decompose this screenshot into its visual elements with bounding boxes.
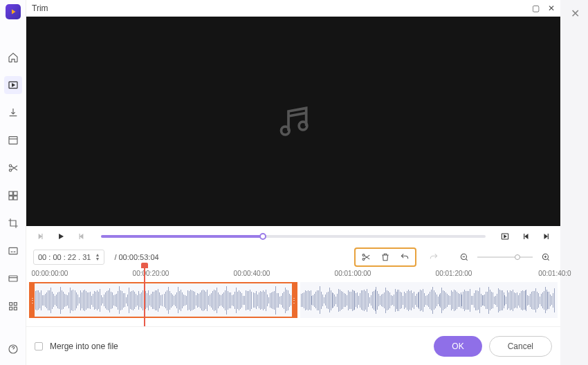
sidebar-help-icon[interactable]: [4, 340, 22, 358]
segment-unselected[interactable]: [300, 282, 558, 318]
skip-back-button[interactable]: [519, 230, 533, 243]
ok-button[interactable]: OK: [434, 336, 481, 357]
waveform: [30, 283, 296, 317]
sidebar-home-icon[interactable]: [4, 48, 22, 66]
svg-rect-12: [9, 307, 12, 310]
progress-slider[interactable]: [101, 235, 486, 238]
svg-rect-9: [9, 276, 17, 281]
current-time-value: 00 : 00 : 22 . 31: [38, 253, 91, 261]
time-spinner[interactable]: ▲▼: [95, 253, 100, 261]
undo-button[interactable]: [397, 250, 412, 264]
redo-button[interactable]: [426, 250, 441, 264]
ruler-tick: 00:01:40:0: [538, 270, 571, 277]
time-toolbar: 00 : 00 : 22 . 31 ▲▼ / 00:00:53:04: [26, 247, 560, 268]
sidebar-subtitle-icon[interactable]: [4, 242, 22, 260]
playhead[interactable]: [144, 267, 145, 326]
timeline-ruler: 00:00:00:00 00:00:20:00 00:00:40:00 00:0…: [26, 268, 560, 283]
app-logo: [6, 4, 21, 19]
zoom-out-button[interactable]: [457, 250, 472, 264]
sidebar-converter-icon[interactable]: [4, 76, 22, 94]
app-sidebar: [0, 0, 26, 365]
svg-rect-11: [14, 303, 17, 306]
window-close-icon[interactable]: ✕: [548, 3, 555, 13]
next-frame-button[interactable]: [75, 230, 89, 243]
edit-tool-group: [354, 247, 416, 267]
outer-close-icon[interactable]: ✕: [571, 7, 580, 20]
ruler-tick: 00:00:40:00: [234, 270, 270, 277]
svg-rect-6: [9, 196, 12, 200]
dialog-footer: Merge into one file OK Cancel: [26, 326, 560, 365]
window-maximize-icon[interactable]: ▢: [532, 3, 540, 13]
svg-rect-8: [9, 247, 17, 254]
delete-button[interactable]: [378, 250, 393, 264]
sidebar-trim-icon[interactable]: [4, 159, 22, 177]
duration-label: / 00:00:53:04: [114, 253, 158, 261]
sidebar-compress-icon[interactable]: [4, 131, 22, 149]
svg-point-16: [299, 122, 307, 130]
trim-handle-right[interactable]: [292, 283, 296, 317]
prev-frame-button[interactable]: [33, 230, 47, 243]
ruler-tick: 00:01:20:00: [436, 270, 472, 277]
play-button[interactable]: [54, 230, 68, 243]
zoom-slider[interactable]: [477, 256, 533, 258]
trim-handle-left[interactable]: [30, 283, 35, 317]
cut-button[interactable]: [358, 250, 374, 264]
sidebar-effects-icon[interactable]: [4, 270, 22, 288]
goto-out-button[interactable]: [498, 230, 512, 243]
segment-selected[interactable]: [29, 282, 297, 318]
transport-bar: [26, 226, 560, 247]
svg-rect-5: [13, 191, 17, 195]
ruler-tick: 00:00:20:00: [133, 270, 169, 277]
merge-label: Merge into one file: [50, 341, 118, 351]
sidebar-download-icon[interactable]: [4, 104, 22, 122]
merge-checkbox[interactable]: [35, 342, 43, 350]
trim-dialog: Trim ▢ ✕: [26, 0, 560, 365]
timeline[interactable]: [26, 282, 560, 326]
zoom-in-button[interactable]: [538, 250, 553, 264]
ruler-tick: 00:01:00:00: [335, 270, 371, 277]
sidebar-toolbox-icon[interactable]: [4, 297, 22, 315]
dialog-titlebar: Trim ▢ ✕: [26, 0, 560, 17]
music-note-icon: [274, 102, 313, 140]
svg-rect-4: [9, 191, 12, 195]
svg-rect-7: [13, 196, 17, 200]
svg-point-15: [282, 127, 290, 135]
svg-rect-1: [9, 137, 17, 144]
dialog-title: Trim: [32, 3, 48, 13]
skip-forward-button[interactable]: [540, 230, 553, 243]
cancel-button[interactable]: Cancel: [489, 336, 552, 357]
ruler-tick: 00:00:00:00: [32, 270, 68, 277]
preview-area: [26, 17, 560, 226]
sidebar-crop-icon[interactable]: [4, 214, 22, 232]
svg-rect-10: [9, 303, 12, 306]
svg-rect-13: [14, 307, 17, 310]
waveform: [300, 282, 558, 318]
current-time-input[interactable]: 00 : 00 : 22 . 31 ▲▼: [33, 250, 104, 265]
sidebar-merge-icon[interactable]: [4, 187, 22, 205]
